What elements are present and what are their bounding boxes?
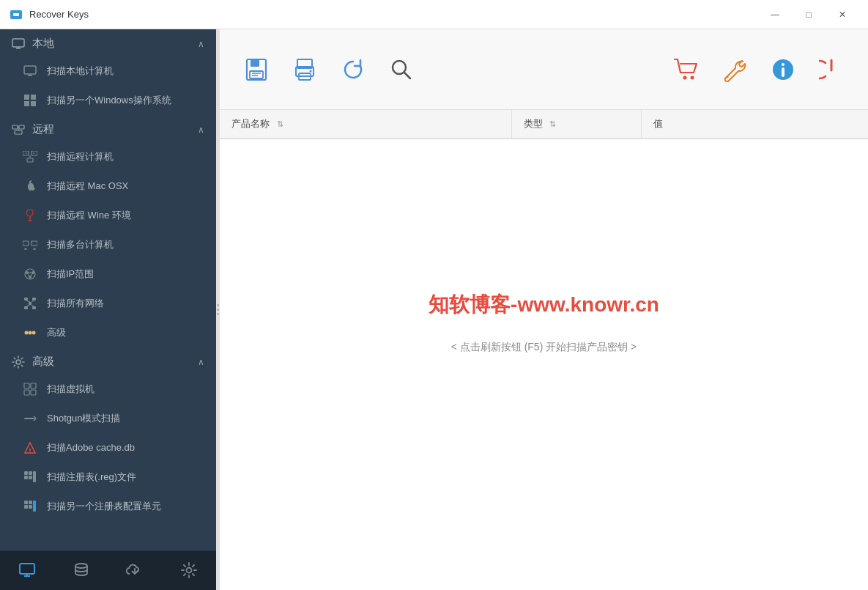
shotgun-label: Shotgun模式扫描	[47, 412, 120, 425]
remote-section-header[interactable]: 远程 ∧	[0, 115, 216, 142]
refresh-icon	[341, 57, 366, 82]
scan-local-label: 扫描本地计算机	[47, 64, 114, 78]
power-icon	[819, 57, 844, 82]
svg-rect-26	[31, 241, 37, 246]
svg-rect-38	[24, 298, 28, 300]
svg-rect-59	[24, 471, 28, 475]
col-value[interactable]: 值	[641, 110, 868, 139]
content-area: 产品名称 ⇅ 类型 ⇅ 值	[220, 29, 868, 590]
scan-vm-label: 扫描虚拟机	[47, 383, 94, 396]
svg-rect-19	[27, 158, 33, 162]
svg-rect-5	[24, 66, 36, 74]
sidebar-item-scan-ip[interactable]: 扫描IP范围	[0, 259, 216, 289]
monitor-icon	[22, 63, 38, 79]
local-section: 本地 ∧ 扫描本地计算机	[0, 29, 216, 115]
reg2-icon	[22, 498, 38, 515]
svg-rect-69	[20, 564, 34, 574]
footer-db-button[interactable]	[54, 550, 108, 590]
svg-rect-41	[24, 306, 28, 309]
sidebar-item-scan-remote-pc[interactable]: 扫描远程计算机	[0, 142, 216, 172]
product-table: 产品名称 ⇅ 类型 ⇅ 值	[220, 110, 868, 139]
sidebar-item-scan-remote-wine[interactable]: 扫描远程 Wine 环境	[0, 201, 216, 230]
svg-rect-60	[29, 471, 32, 475]
sidebar-item-scan-adobe[interactable]: 扫描Adobe cache.db	[0, 433, 216, 462]
maximize-button[interactable]: □	[792, 0, 826, 29]
refresh-button[interactable]	[331, 48, 375, 92]
search-button[interactable]	[379, 48, 423, 92]
footer-cloud-button[interactable]	[108, 550, 163, 590]
footer-cloud-icon	[126, 564, 144, 577]
col-type[interactable]: 类型 ⇅	[511, 110, 641, 139]
info-button[interactable]	[761, 48, 805, 92]
svg-rect-39	[29, 302, 31, 305]
wrench-button[interactable]	[713, 48, 757, 92]
close-button[interactable]: ✕	[826, 0, 859, 29]
ip-icon	[22, 266, 38, 282]
svg-line-43	[26, 300, 31, 302]
svg-point-49	[32, 331, 36, 335]
svg-rect-10	[24, 101, 29, 106]
title-bar: Recover Keys — □ ✕	[0, 0, 868, 29]
print-icon	[292, 57, 317, 82]
sidebar-item-scan-remote-mac[interactable]: 扫描远程 Mac OSX	[0, 172, 216, 201]
app-icon	[9, 7, 23, 22]
scan-ip-label: 扫描IP范围	[47, 268, 94, 281]
toolbar	[220, 29, 868, 110]
sidebar-item-scan-reg2[interactable]: 扫描另一个注册表配置单元	[0, 492, 216, 521]
svg-rect-64	[24, 501, 28, 504]
table-header: 产品名称 ⇅ 类型 ⇅ 值	[220, 110, 868, 139]
svg-rect-76	[251, 59, 259, 67]
svg-rect-1	[13, 13, 19, 16]
svg-point-58	[29, 451, 31, 453]
wrench-icon	[722, 57, 747, 82]
advanced-section-header[interactable]: 高级 ∧	[0, 347, 216, 375]
svg-rect-40	[32, 298, 36, 300]
advanced-dots-icon	[22, 325, 38, 341]
footer-settings-button[interactable]	[162, 550, 216, 590]
scan-all-network-label: 扫描所有网络	[47, 297, 104, 310]
power-button[interactable]	[809, 48, 853, 92]
toolbar-left	[234, 48, 657, 92]
cart-icon	[673, 57, 700, 82]
svg-rect-25	[23, 241, 29, 246]
print-button[interactable]	[283, 48, 327, 92]
svg-point-48	[29, 331, 32, 335]
svg-rect-68	[33, 501, 36, 512]
remote-section: 远程 ∧ 扫描远程计算机	[0, 115, 216, 347]
sidebar-item-scan-vm[interactable]: 扫描虚拟机	[0, 375, 216, 404]
vm-icon	[22, 381, 38, 397]
remote-icon	[12, 123, 25, 136]
sidebar-footer	[0, 550, 216, 590]
sidebar-item-scan-reg[interactable]: 扫描注册表(.reg)文件	[0, 462, 216, 492]
sidebar-item-scan-windows[interactable]: 扫描另一个Windows操作系统	[0, 86, 216, 115]
sidebar-item-shotgun[interactable]: Shotgun模式扫描	[0, 404, 216, 433]
svg-rect-12	[12, 125, 18, 129]
cart-button[interactable]	[664, 48, 708, 92]
window-controls: — □ ✕	[758, 0, 859, 29]
svg-point-83	[310, 70, 312, 72]
apple-icon	[22, 178, 38, 194]
advanced-section: 高级 ∧ 扫描虚拟机	[0, 347, 216, 521]
svg-rect-13	[19, 125, 24, 129]
sidebar-item-scan-local[interactable]: 扫描本地计算机	[0, 56, 216, 86]
svg-rect-9	[31, 95, 36, 100]
minimize-button[interactable]: —	[758, 0, 792, 29]
sidebar-item-scan-multi[interactable]: 扫描多台计算机	[0, 230, 216, 259]
scan-multi-label: 扫描多台计算机	[47, 238, 114, 251]
footer-db-icon	[73, 562, 89, 578]
scan-remote-pc-label: 扫描远程计算机	[47, 150, 114, 163]
svg-rect-2	[12, 39, 24, 47]
remote-pc-icon	[22, 149, 38, 165]
local-section-header[interactable]: 本地 ∧	[0, 29, 216, 56]
footer-monitor-button[interactable]	[0, 550, 54, 590]
save-button[interactable]	[234, 48, 278, 92]
sidebar-item-advanced-remote[interactable]: 高级	[0, 318, 216, 347]
scan-reg2-label: 扫描另一个注册表配置单元	[47, 500, 161, 513]
col-product-name[interactable]: 产品名称 ⇅	[220, 110, 511, 139]
local-monitor-icon	[12, 37, 25, 51]
svg-line-44	[31, 300, 34, 302]
main-container: 本地 ∧ 扫描本地计算机	[0, 29, 868, 590]
sidebar-item-scan-all-network[interactable]: 扫描所有网络	[0, 289, 216, 318]
sort-type-icon: ⇅	[549, 119, 556, 128]
toolbar-right	[664, 48, 853, 92]
